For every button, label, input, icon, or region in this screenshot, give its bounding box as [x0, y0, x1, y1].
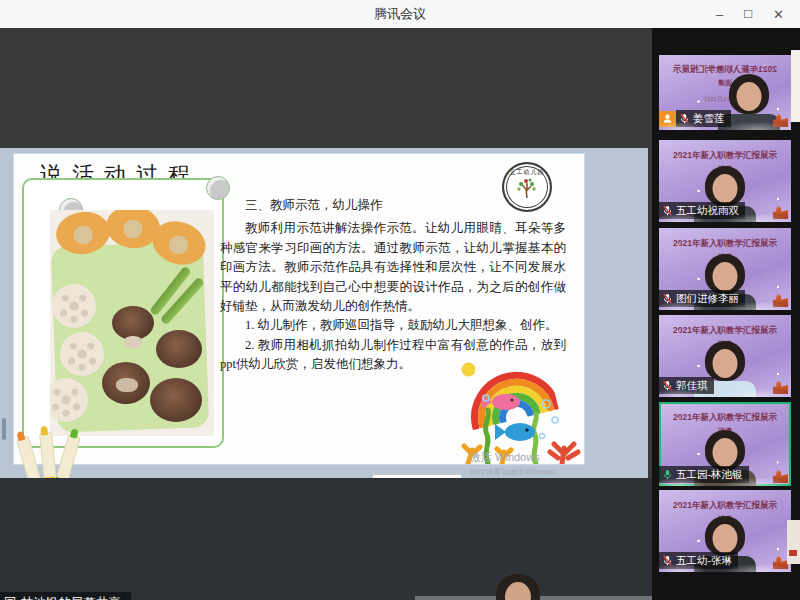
titlebar: 腾讯会议 – ☐ ✕	[0, 0, 800, 29]
name-badge: 郭佳琪	[659, 377, 714, 394]
slide-list-item: 1. 幼儿制作，教师巡回指导，鼓励幼儿大胆想象、创作。	[220, 316, 566, 335]
screen-share-banner: 园-林池银的屏幕共享	[0, 592, 131, 600]
mic-muted-icon	[662, 293, 673, 304]
participant-tile[interactable]: 2021年新入职教学汇报展示 说课 2022年1月15日 五工幼祝雨双	[659, 140, 791, 222]
screen-share-label: 园-林池银的屏幕共享	[4, 595, 121, 600]
house-decoration	[773, 294, 788, 307]
mushroom	[112, 306, 154, 340]
mushroom	[156, 330, 202, 368]
name-badge: 图们进修李丽	[659, 290, 745, 307]
tile-badges: 郭佳琪	[659, 377, 714, 394]
participant-name: 郭佳琪	[676, 379, 708, 392]
participants-sidebar[interactable]: 2021年新入职教学汇报展示 说课 2022年1月15日 姜雪莲 2021年新入…	[652, 28, 800, 600]
close-button[interactable]: ✕	[773, 8, 784, 21]
participant-tile[interactable]: 2021年新入职教学汇报展示 说课 2022年1月15日 郭佳琪	[659, 315, 791, 397]
mushroom-stem	[124, 336, 142, 348]
name-badge: 姜雪莲	[676, 110, 731, 127]
screen-share-region: 说活动过程	[0, 28, 652, 600]
name-badge: 五工园-林池银	[659, 466, 749, 483]
participant-name: 五工幼-张琳	[676, 554, 732, 567]
maximize-button[interactable]: ☐	[743, 9, 753, 20]
name-badge: 五工幼祝雨双	[659, 202, 745, 219]
face	[713, 174, 738, 203]
participant-tile[interactable]: 2021年新入职教学汇报展示 说课 2022年1月15日 图们进修李丽	[659, 228, 791, 310]
aquarium-decoration	[458, 392, 588, 468]
tile-badges: 图们进修李丽	[659, 290, 745, 307]
food-photo	[50, 210, 214, 436]
lotus-root-slice	[52, 284, 96, 328]
blue-fish	[495, 423, 535, 441]
mic-muted-icon	[662, 380, 673, 391]
slide-scroll-indicator[interactable]	[2, 418, 6, 440]
tile-badges: 五工幼-张琳	[659, 552, 738, 569]
window-title: 腾讯会议	[374, 5, 426, 23]
mushroom	[150, 378, 202, 422]
minimize-button[interactable]: –	[716, 8, 723, 21]
tile-badges: 五工园-林池银	[659, 466, 749, 483]
face	[713, 262, 738, 291]
presenter-video[interactable]	[478, 574, 558, 600]
face	[713, 438, 738, 467]
participant-name: 图们进修李丽	[676, 292, 739, 305]
window-controls: – ☐ ✕	[716, 0, 790, 28]
participant-name: 姜雪莲	[693, 112, 725, 125]
background-window-sliver	[787, 520, 800, 564]
mic-on-icon	[662, 469, 673, 480]
mic-muted-icon	[662, 555, 673, 566]
lotus-root-slice	[60, 332, 104, 376]
participant-name: 五工幼祝雨双	[676, 204, 739, 217]
mic-muted-icon	[679, 113, 690, 124]
face	[736, 82, 761, 111]
face	[713, 349, 738, 378]
participant-tile[interactable]: 2021年新入职教学汇报展示 说课 2022年1月15日 五工园-林池银	[659, 402, 791, 486]
participant-tile[interactable]: 2021年新入职教学汇报展示 说课 2022年1月15日 姜雪莲	[659, 55, 791, 130]
tile-badges: 姜雪莲	[659, 110, 731, 127]
member-icon	[662, 113, 673, 124]
mic-muted-icon	[662, 205, 673, 216]
tile-badges: 五工幼祝雨双	[659, 202, 745, 219]
house-decoration	[773, 206, 788, 219]
house-decoration	[773, 556, 788, 569]
tencent-meeting-window: 腾讯会议 – ☐ ✕ 说活动过程	[0, 0, 800, 600]
house-decoration	[773, 470, 788, 483]
participant-name: 五工园-林池银	[676, 468, 743, 481]
slide-heading: 三、教师示范，幼儿操作	[220, 196, 566, 215]
mushroom-stem	[116, 378, 138, 392]
face	[713, 524, 738, 553]
participant-tile[interactable]: 2021年新入职教学汇报展示 说课 2022年1月15日 五工幼-张琳	[659, 490, 791, 572]
background-window-sliver	[791, 50, 800, 122]
presentation-slide: 说活动过程	[14, 154, 584, 464]
name-badge: 五工幼-张琳	[659, 552, 738, 569]
house-decoration	[773, 381, 788, 394]
slide-paragraph: 教师利用示范讲解法操作示范。让幼儿用眼睛、耳朵等多种感官来学习印画的方法。通过教…	[220, 219, 566, 316]
host-badge-icon	[659, 111, 675, 127]
